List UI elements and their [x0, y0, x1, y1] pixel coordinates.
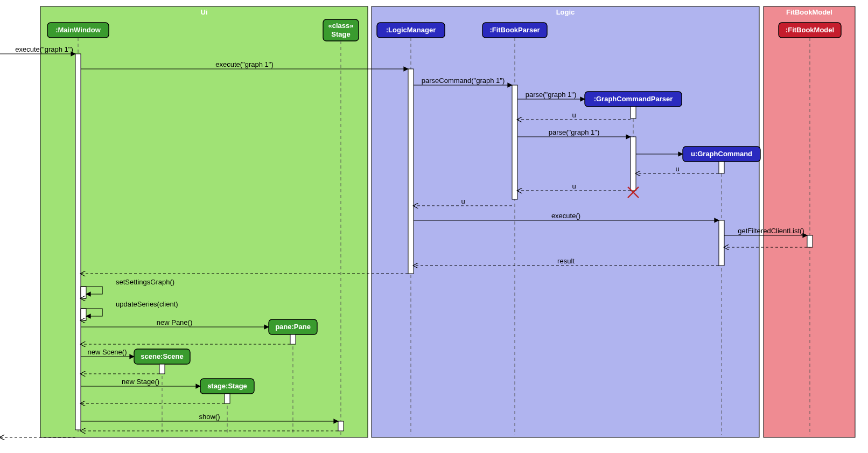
msg-setsettings-label: setSettingsGraph() — [116, 278, 174, 286]
svg-text:«class»: «class» — [328, 22, 354, 30]
participant-fitbookparser: :FitBookParser — [482, 23, 547, 38]
activation-gcp-2 — [631, 137, 636, 191]
participant-fitbookmodel: :FitBookModel — [779, 23, 841, 38]
participant-graphcommandparser: :GraphCommandParser — [585, 92, 682, 107]
svg-text:stage:Stage: stage:Stage — [207, 382, 247, 390]
activation-mainwindow — [75, 54, 81, 430]
activation-gc-2 — [719, 220, 724, 266]
svg-rect-2 — [372, 6, 759, 437]
participant-logicmanager: :LogicManager — [377, 23, 445, 38]
activation-gc-1 — [719, 162, 724, 173]
activation-gcp-1 — [631, 107, 636, 119]
svg-text:FitBookModel: FitBookModel — [786, 8, 832, 16]
svg-rect-0 — [40, 6, 368, 437]
svg-text:scene:Scene: scene:Scene — [141, 352, 184, 360]
msg-newpane-label: new Pane() — [157, 318, 192, 326]
participant-scene: scene:Scene — [134, 349, 190, 364]
svg-text:pane:Pane: pane:Pane — [275, 323, 311, 331]
msg-execute-logic-label: execute("graph 1") — [215, 60, 274, 68]
activation-self2 — [81, 309, 86, 320]
svg-text:Logic: Logic — [556, 8, 575, 16]
activation-show — [338, 421, 344, 431]
msg-newstage-label: new Stage() — [122, 378, 159, 386]
msg-return-u3-label: u — [572, 182, 576, 190]
region-logic: Logic — [372, 6, 759, 437]
activation-stage — [225, 394, 230, 403]
msg-parse-2-label: parse("graph 1") — [549, 128, 600, 136]
msg-result-1-label: result — [557, 257, 575, 265]
region-model: FitBookModel — [764, 6, 855, 437]
svg-text::MainWindow: :MainWindow — [55, 26, 101, 34]
activation-fitbookparser — [512, 85, 517, 199]
svg-rect-4 — [764, 6, 855, 437]
msg-parsecommand-label: parseCommand("graph 1") — [422, 76, 505, 85]
svg-text::GraphCommandParser: :GraphCommandParser — [594, 95, 673, 103]
svg-text:Stage: Stage — [331, 30, 350, 38]
msg-newscene-label: new Scene() — [88, 348, 127, 356]
activation-scene — [159, 364, 165, 374]
msg-updateseries-label: updateSeries(client) — [116, 300, 178, 308]
region-ui: Ui — [40, 6, 368, 437]
msg-execute-gc-label: execute() — [551, 212, 580, 220]
activation-self1 — [81, 287, 86, 298]
msg-parse-1-label: parse("graph 1") — [526, 90, 577, 99]
svg-text:u:GraphCommand: u:GraphCommand — [691, 150, 752, 158]
participant-stage: stage:Stage — [200, 379, 254, 394]
participant-mainwindow: :MainWindow — [47, 23, 109, 38]
msg-execute-in-label: execute("graph 1") — [15, 45, 73, 53]
participant-pane: pane:Pane — [269, 319, 317, 334]
participant-stageclass: «class» Stage — [323, 19, 359, 41]
msg-return-u4-label: u — [461, 197, 465, 205]
svg-text::FitBookParser: :FitBookParser — [489, 26, 540, 34]
msg-getlist-label: getFilteredClientList() — [738, 227, 804, 235]
participant-graphcommand: u:GraphCommand — [683, 147, 760, 162]
msg-return-u2-label: u — [675, 165, 679, 173]
svg-text:Ui: Ui — [201, 8, 208, 16]
msg-return-u1-label: u — [572, 111, 576, 119]
sequence-diagram: Ui Logic FitBookModel :MainWindow «class… — [0, 0, 868, 453]
activation-model — [807, 235, 813, 247]
svg-text::FitBookModel: :FitBookModel — [786, 26, 834, 34]
activation-logicmanager — [408, 69, 414, 274]
msg-show-label: show() — [199, 413, 220, 421]
svg-text::LogicManager: :LogicManager — [386, 26, 436, 34]
activation-pane — [290, 334, 296, 344]
